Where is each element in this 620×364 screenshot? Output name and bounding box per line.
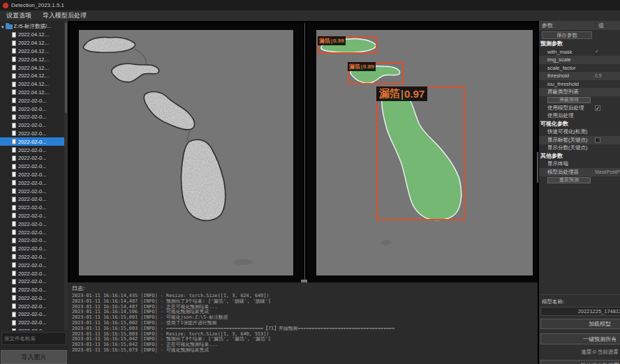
file-item[interactable]: 2022.04.12...	[0, 47, 64, 56]
model-name-value[interactable]: 20221225_174813	[540, 307, 620, 316]
param-row[interactable]: 显示标签(关键点)	[539, 136, 620, 144]
load-model-button[interactable]: 加载模型	[540, 319, 620, 329]
file-sidebar: ▾ Z:/5-标注数据/... 2022.04.12...2022.04.12.…	[0, 21, 68, 364]
file-item-label: 2022-02-0...	[18, 204, 46, 211]
checkbox-checked-icon[interactable]: ✓	[595, 105, 600, 111]
tree-root-folder[interactable]: ▾ Z:/5-标注数据/...	[0, 22, 64, 31]
param-label: iou_threshold	[539, 81, 595, 87]
file-item[interactable]: 2022-02-0	[0, 327, 64, 331]
caret-down-icon[interactable]: ▾	[1, 24, 4, 29]
file-item[interactable]: 2022-02-0...	[0, 220, 64, 228]
file-item[interactable]: 2022.04.12...	[0, 55, 64, 63]
title-bar: Detection_2023.1.5.1	[0, 0, 620, 10]
param-row[interactable]: 快速可视化(检测)	[539, 128, 620, 137]
file-item[interactable]: 2022.04.12...	[0, 63, 64, 72]
param-row[interactable]: with_mask✓	[539, 48, 620, 56]
file-item-label: 2022-02-0...	[18, 106, 46, 112]
detection-label: 漏箔|0.99	[318, 36, 346, 45]
menu-item-import-postprocess[interactable]: 导入模型后处理	[43, 11, 87, 20]
param-row[interactable]: img_scale	[539, 56, 620, 64]
file-item[interactable]: 2022-02-0...	[0, 204, 64, 212]
param-row[interactable]: 使用模型后处理✓	[539, 104, 620, 112]
file-item[interactable]: 2022-02-0...	[0, 179, 64, 187]
file-item[interactable]: 2022.04.12...	[0, 80, 64, 89]
file-item[interactable]: 2022-02-0...	[0, 162, 64, 171]
param-label: 显示分数(关键点)	[539, 144, 595, 151]
file-item[interactable]: 2022-02-0...	[0, 319, 64, 327]
file-item[interactable]: 2022.04.12...	[0, 39, 64, 47]
log-lines: 2023-01-11 16:16:14,435 |INFO| - Resize:…	[72, 294, 533, 354]
save-params-button[interactable]: 保存参数	[542, 31, 592, 39]
param-inline-button[interactable]: 屏蔽按钮	[547, 97, 591, 104]
param-row[interactable]: 模型后处理器MaskPostPro	[539, 168, 620, 176]
file-item-label: 2022-02-0...	[18, 98, 46, 104]
menu-item-settings[interactable]: 设置选项	[6, 11, 31, 20]
file-item[interactable]: 2022-02-0...	[0, 121, 64, 130]
param-row[interactable]: 屏蔽类型列表	[539, 88, 620, 96]
app-window: Detection_2023.1.5.1 设置选项 导入模型后处理 ▾ Z:/5…	[0, 0, 620, 364]
import-images-button[interactable]: 导入图片	[1, 350, 67, 364]
file-item[interactable]: 2022-02-0...	[0, 253, 64, 261]
file-item[interactable]: 2022-02-0...	[0, 130, 64, 138]
file-item[interactable]: 2022-02-0...	[0, 146, 64, 154]
param-row[interactable]: iou_threshold	[539, 80, 620, 89]
param-row[interactable]: 使用后处理	[539, 112, 620, 121]
postprocess-settings-button[interactable]: 后处理参数设置	[540, 360, 620, 364]
param-label: scale_factor	[539, 65, 595, 71]
file-item[interactable]: 2022-02-0...	[0, 195, 64, 204]
file-item[interactable]: 2022-02-0...	[0, 310, 64, 319]
file-item-label: 2022.04.12...	[18, 65, 49, 71]
param-row[interactable]: 屏蔽按钮	[539, 96, 620, 105]
file-item[interactable]: 2022-02-0...	[0, 245, 64, 253]
original-image[interactable]	[79, 30, 293, 275]
file-item[interactable]: 2022-02-0...	[0, 113, 64, 121]
param-row[interactable]: threshold0.5	[539, 72, 620, 80]
param-label: 使用模型后处理	[539, 105, 595, 112]
panel-divider[interactable]	[304, 23, 305, 282]
file-icon	[12, 123, 16, 128]
file-item[interactable]: 2022.04.12...	[0, 31, 64, 39]
params-scrollbar-thumb[interactable]	[537, 152, 538, 183]
file-item[interactable]: 2022-02-0...	[0, 154, 64, 162]
file-item[interactable]: 2022-02-0...	[0, 137, 64, 146]
search-input[interactable]	[1, 332, 66, 345]
file-item[interactable]: 2022-02-0...	[0, 212, 64, 220]
file-item-label: 2022.04.12...	[18, 48, 49, 54]
sidebar-scrollbar-thumb[interactable]	[65, 22, 67, 113]
file-icon	[12, 106, 16, 112]
prediction-image[interactable]: 漏箔|0.99 漏箔|0.89 漏箔|0.97	[316, 30, 533, 275]
file-item[interactable]: 2022-02-0...	[0, 96, 64, 105]
file-item[interactable]: 2022-02-0...	[0, 286, 64, 294]
detection-box[interactable]: 漏箔|0.89	[348, 62, 404, 84]
file-item[interactable]: 2022-02-0...	[0, 294, 64, 303]
file-item[interactable]: 2022-02-0...	[0, 171, 64, 179]
param-row[interactable]: 显示终端	[539, 160, 620, 169]
file-icon	[12, 312, 16, 317]
file-icon	[12, 98, 16, 103]
file-icon	[12, 164, 16, 169]
param-row[interactable]: 重新预测	[539, 176, 620, 185]
detection-box[interactable]: 漏箔|0.97	[376, 86, 465, 220]
file-item[interactable]: 2022-02-0...	[0, 187, 64, 195]
file-item[interactable]: 2022-02-0...	[0, 269, 64, 278]
file-item[interactable]: 2022-02-0...	[0, 236, 64, 245]
file-item[interactable]: 2022.04.12...	[0, 72, 64, 80]
file-icon	[12, 73, 16, 79]
file-item[interactable]: 2022.04.12...	[0, 89, 64, 97]
param-label: 预测参数	[539, 40, 595, 47]
checkbox-unchecked-icon[interactable]	[595, 137, 600, 143]
file-item[interactable]: 2022-02-0...	[0, 228, 64, 236]
file-item[interactable]: 2022-02-0...	[0, 278, 64, 286]
param-row[interactable]: 显示分数(关键点)	[539, 144, 620, 153]
predict-all-button[interactable]: 一键预测所有	[540, 333, 620, 344]
param-value: 0.5	[595, 73, 620, 78]
file-item[interactable]: 2022-02-0...	[0, 105, 64, 113]
log-panel[interactable]: 日志: 2023-01-11 16:16:14,435 |INFO| - Res…	[68, 282, 538, 364]
file-item[interactable]: 2022-02-0...	[0, 302, 64, 310]
detection-box[interactable]: 漏箔|0.99	[318, 36, 377, 54]
param-row[interactable]: scale_factor	[539, 64, 620, 73]
file-item[interactable]: 2022-02-0...	[0, 261, 64, 269]
file-item-label: 2022-02-0...	[18, 163, 46, 169]
file-icon	[12, 279, 16, 285]
param-inline-button[interactable]: 重新预测	[547, 177, 591, 184]
